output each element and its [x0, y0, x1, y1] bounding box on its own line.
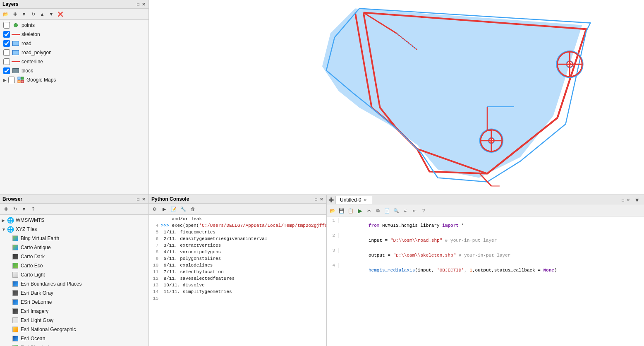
- open-layer-btn[interactable]: 📂: [2, 10, 10, 18]
- move-down-btn[interactable]: ▼: [47, 10, 55, 18]
- remove-layer-btn[interactable]: ❌: [56, 10, 65, 18]
- python-line-15: 15: [151, 296, 325, 303]
- python-console-minimize-btn[interactable]: □: [314, 197, 318, 202]
- editor-open-btn[interactable]: 📂: [328, 207, 337, 215]
- no-expand-carto-eco: [7, 264, 12, 268]
- layer-item-road-polygon[interactable]: road_polygon: [0, 48, 148, 57]
- editor-find-btn[interactable]: 🔍: [392, 207, 400, 215]
- carto-eco-icon: [12, 262, 19, 269]
- esri-dark-gray-icon: [12, 289, 19, 297]
- editor-close-btn[interactable]: ✕: [626, 198, 631, 202]
- browser-carto-dark-label: Carto Dark: [21, 254, 45, 260]
- editor-code-area[interactable]: 1 from HCMGIS.hcmgis_library import * 2 …: [327, 216, 644, 346]
- esri-physical-icon: [12, 344, 19, 346]
- browser-item-xyz[interactable]: ▼ 🌐 XYZ Tiles: [0, 225, 148, 234]
- layer-check-skeleton[interactable]: [3, 31, 10, 38]
- editor-paste-btn[interactable]: 📄: [383, 207, 391, 215]
- layer-check-centerline[interactable]: [3, 58, 10, 65]
- python-settings-btn[interactable]: ⚙: [151, 205, 159, 213]
- editor-line-2: 2 input = "D:\\osm\\road.shp" # your·in·…: [328, 233, 642, 248]
- layer-item-road[interactable]: road: [0, 39, 148, 48]
- browser-item-carto-light[interactable]: Carto Light: [0, 270, 148, 279]
- refresh-btn[interactable]: ↻: [29, 10, 37, 18]
- python-console-close-btn[interactable]: ✕: [319, 197, 324, 202]
- browser-item-carto-antique[interactable]: Carto Antique: [0, 243, 148, 252]
- python-options-btn[interactable]: 🔧: [179, 205, 187, 213]
- editor-minimize-btn[interactable]: □: [621, 198, 625, 202]
- browser-item-carto-eco[interactable]: Carto Eco: [0, 261, 148, 270]
- layer-item-google-maps[interactable]: ▶ Google Maps: [0, 75, 148, 84]
- browser-item-esri-dark-gray[interactable]: Esri Dark Gray: [0, 288, 148, 298]
- python-clear-btn[interactable]: 🗑: [189, 205, 197, 213]
- esri-imagery-icon: [12, 308, 19, 315]
- editor-line-1: 1 from HCMGIS.hcmgis_library import *: [328, 218, 642, 233]
- python-console-header: Python Console □ ✕: [149, 195, 326, 204]
- editor-copy-btn[interactable]: ⧉: [374, 207, 382, 215]
- python-line-6: 10 6/11. explodelines: [151, 263, 325, 269]
- browser-carto-eco-label: Carto Eco: [21, 263, 43, 269]
- python-line-andor: and/or leak: [151, 216, 325, 223]
- python-run-btn[interactable]: ▶: [160, 205, 168, 213]
- editor-line-4: 4 hcmgis_medialaxis(input, 'OBJECTID', 1…: [328, 263, 642, 278]
- group-icon: [17, 77, 24, 83]
- layer-item-points[interactable]: points: [0, 21, 148, 30]
- move-up-btn[interactable]: ▲: [38, 10, 46, 18]
- layers-list: points skeleton road: [0, 20, 148, 195]
- add-layer-btn[interactable]: ✚: [11, 10, 19, 18]
- editor-save-as-btn[interactable]: 📋: [347, 207, 355, 215]
- browser-item-esri-national-geo[interactable]: Esri National Geographic: [0, 325, 148, 334]
- no-expand-esri-delorme: [7, 300, 12, 305]
- editor-hash-btn[interactable]: #: [401, 207, 409, 215]
- browser-item-bing[interactable]: Bing Virtual Earth: [0, 234, 148, 243]
- browser-item-esri-boundaries[interactable]: Esri Boundaries and Places: [0, 279, 148, 288]
- plus-new-icon[interactable]: ✚: [328, 196, 334, 204]
- layers-minimize-btn[interactable]: □: [136, 2, 140, 7]
- browser-item-esri-ocean[interactable]: Esri Ocean: [0, 334, 148, 343]
- browser-refresh-btn[interactable]: ↻: [11, 205, 19, 213]
- no-expand-carto-dark: [7, 255, 12, 259]
- browser-item-wms[interactable]: ▶ 🌐 WMS/WMTS: [0, 216, 148, 225]
- browser-add-btn[interactable]: ✚: [2, 205, 10, 213]
- layer-icon-centerline: [12, 59, 20, 64]
- layer-check-google-maps[interactable]: [8, 77, 15, 83]
- browser-help-btn[interactable]: ?: [29, 205, 37, 213]
- expand-arrow-google: ▶: [3, 78, 8, 82]
- browser-esri-imagery-label: Esri Imagery: [21, 308, 48, 314]
- map-area[interactable]: [149, 0, 644, 195]
- browser-item-esri-delorme[interactable]: ESri DeLorme: [0, 298, 148, 307]
- editor-tab-untitled[interactable]: Untitled-0 ✕: [335, 196, 372, 204]
- editor-run-btn[interactable]: ▶: [356, 207, 364, 215]
- svg-rect-0: [18, 77, 20, 79]
- browser-close-btn[interactable]: ✕: [141, 197, 146, 202]
- browser-minimize-btn[interactable]: □: [136, 197, 140, 202]
- layer-item-centerline[interactable]: centerline: [0, 57, 148, 66]
- python-output[interactable]: and/or leak 4 >>> exec(open('C:/Users/DE…: [149, 215, 326, 346]
- filter-btn[interactable]: ▼: [20, 10, 28, 18]
- python-console-panel: Python Console □ ✕ ⚙ ▶ 📝 🔧 🗑 and/or leak…: [149, 195, 327, 346]
- layer-check-block[interactable]: [3, 67, 10, 74]
- layer-check-points[interactable]: [3, 22, 10, 29]
- bing-tile-icon: [12, 235, 19, 242]
- editor-dropdown-arrow[interactable]: ▼: [632, 196, 642, 204]
- editor-tab-close-icon[interactable]: ✕: [363, 198, 368, 202]
- layer-check-road[interactable]: [3, 40, 10, 47]
- layer-check-road-polygon[interactable]: [3, 49, 10, 56]
- editor-help-btn[interactable]: ?: [419, 207, 428, 215]
- python-line-7: 11 7/11. selectbylocation: [151, 269, 325, 276]
- browser-item-esri-light-gray[interactable]: Esri Light Gray: [0, 316, 148, 325]
- expand-xyz-icon: ▼: [2, 227, 7, 232]
- editor-save-btn[interactable]: 💾: [338, 207, 346, 215]
- layers-close-btn[interactable]: ✕: [141, 2, 146, 7]
- browser-filter-btn[interactable]: ▼: [20, 205, 28, 213]
- map-svg: [149, 0, 644, 195]
- layer-name-block: block: [22, 68, 33, 74]
- python-editor-btn[interactable]: 📝: [170, 205, 178, 213]
- browser-item-esri-imagery[interactable]: Esri Imagery: [0, 307, 148, 316]
- layer-item-block[interactable]: block: [0, 66, 148, 75]
- editor-cut-btn[interactable]: ✂: [365, 207, 373, 215]
- browser-item-carto-dark[interactable]: Carto Dark: [0, 252, 148, 261]
- browser-item-esri-physical[interactable]: Esri Physical: [0, 343, 148, 346]
- layer-item-skeleton[interactable]: skeleton: [0, 30, 148, 39]
- editor-dedent-btn[interactable]: ⇤: [410, 207, 419, 215]
- layer-icon-block: [12, 68, 20, 73]
